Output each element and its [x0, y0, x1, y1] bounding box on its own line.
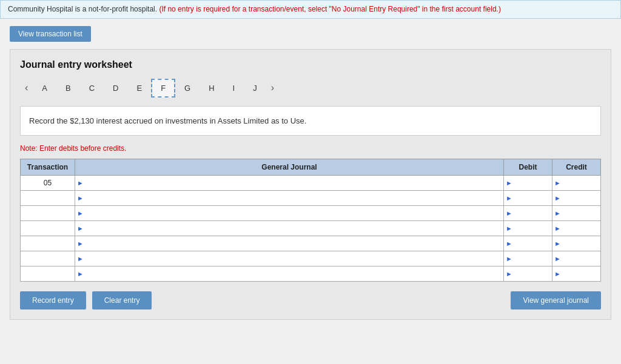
prev-arrow[interactable]: ‹ [20, 80, 33, 96]
credit-cell[interactable]: ► [552, 191, 601, 206]
debit-input[interactable] [512, 266, 552, 281]
table-row: ► ► ► [21, 191, 601, 206]
table-row: 05 ► ► ► [21, 176, 601, 191]
general-journal-cell[interactable]: ► [75, 266, 504, 282]
note-text: Note: Enter debits before credits. [20, 144, 601, 153]
row-arrow: ► [552, 270, 561, 277]
general-journal-cell[interactable]: ► [75, 236, 504, 251]
clear-entry-button[interactable]: Clear entry [92, 291, 152, 309]
top-notice: Community Hospital is a not-for-profit h… [0, 0, 621, 19]
credit-cell[interactable]: ► [552, 176, 601, 191]
th-debit: Debit [504, 159, 552, 176]
debit-input[interactable] [512, 176, 552, 190]
credit-input[interactable] [561, 266, 600, 281]
general-journal-cell[interactable]: ► [75, 206, 504, 221]
row-arrow: ► [552, 194, 561, 202]
debit-cell[interactable]: ► [504, 206, 552, 221]
credit-input[interactable] [561, 191, 600, 205]
tab-nav: ‹ A B C D E F G H I J › [20, 79, 601, 98]
general-journal-input[interactable] [84, 191, 503, 205]
debit-cell[interactable]: ► [504, 176, 552, 191]
row-arrow: ► [504, 225, 512, 232]
credit-cell[interactable]: ► [552, 266, 601, 282]
row-arrow: ► [75, 255, 84, 262]
row-arrow: ► [504, 194, 512, 202]
row-arrow: ► [504, 270, 512, 277]
row-arrow: ► [552, 255, 561, 262]
credit-input[interactable] [561, 206, 600, 220]
action-buttons: Record entry Clear entry View general jo… [20, 291, 601, 309]
debit-input[interactable] [512, 221, 552, 236]
tab-C[interactable]: C [80, 79, 104, 97]
view-transaction-list-button[interactable]: View transaction list [10, 26, 91, 42]
transaction-cell [21, 191, 75, 206]
general-journal-cell[interactable]: ► [75, 191, 504, 206]
worksheet-container: Journal entry worksheet ‹ A B C D E F G … [10, 49, 611, 320]
tab-I[interactable]: I [224, 79, 244, 97]
table-row: ► ► ► [21, 266, 601, 282]
tab-E[interactable]: E [127, 79, 151, 97]
row-arrow: ► [552, 225, 561, 232]
tab-A[interactable]: A [33, 79, 56, 97]
row-arrow: ► [75, 194, 84, 202]
general-journal-cell[interactable]: ► [75, 176, 504, 191]
credit-cell[interactable]: ► [552, 206, 601, 221]
table-row: ► ► ► [21, 206, 601, 221]
tab-H[interactable]: H [200, 79, 223, 97]
debit-cell[interactable]: ► [504, 251, 552, 266]
credit-input[interactable] [561, 221, 600, 236]
row-arrow: ► [75, 210, 84, 217]
debit-input[interactable] [512, 191, 552, 205]
transaction-cell [21, 266, 75, 282]
debit-input[interactable] [512, 251, 552, 266]
debit-cell[interactable]: ► [504, 191, 552, 206]
table-row: ► ► ► [21, 221, 601, 236]
record-entry-button[interactable]: Record entry [20, 291, 86, 309]
general-journal-cell[interactable]: ► [75, 251, 504, 266]
instruction-text: Record the $2,130 interest accrued on in… [29, 116, 306, 125]
general-journal-input[interactable] [84, 221, 503, 236]
debit-cell[interactable]: ► [504, 266, 552, 282]
credit-cell[interactable]: ► [552, 251, 601, 266]
tab-G[interactable]: G [175, 79, 200, 97]
debit-input[interactable] [512, 206, 552, 220]
notice-text-red: (If no entry is required for a transacti… [159, 5, 500, 13]
view-general-journal-button[interactable]: View general journal [511, 291, 601, 309]
debit-cell[interactable]: ► [504, 221, 552, 236]
row-arrow: ► [504, 240, 512, 247]
tab-D[interactable]: D [104, 79, 127, 97]
general-journal-input[interactable] [84, 206, 503, 220]
journal-table: Transaction General Journal Debit Credit… [20, 159, 601, 282]
general-journal-input[interactable] [84, 251, 503, 266]
tab-F[interactable]: F [151, 79, 175, 98]
credit-input[interactable] [561, 236, 600, 251]
credit-cell[interactable]: ► [552, 221, 601, 236]
transaction-cell: 05 [21, 176, 75, 191]
th-transaction: Transaction [21, 159, 75, 176]
tab-J[interactable]: J [244, 79, 266, 97]
row-arrow: ► [75, 270, 84, 277]
credit-cell[interactable]: ► [552, 236, 601, 251]
transaction-cell [21, 221, 75, 236]
debit-input[interactable] [512, 236, 552, 251]
row-arrow: ► [552, 240, 561, 247]
tab-B[interactable]: B [56, 79, 80, 97]
debit-cell[interactable]: ► [504, 236, 552, 251]
general-journal-cell[interactable]: ► [75, 221, 504, 236]
row-arrow: ► [75, 225, 84, 232]
instruction-box: Record the $2,130 interest accrued on in… [20, 106, 601, 136]
row-arrow: ► [552, 210, 561, 217]
credit-input[interactable] [561, 176, 600, 190]
row-arrow: ► [504, 210, 512, 217]
row-arrow: ► [75, 179, 84, 187]
transaction-cell [21, 236, 75, 251]
next-arrow[interactable]: › [266, 80, 279, 96]
general-journal-input[interactable] [84, 176, 503, 190]
row-arrow: ► [75, 240, 84, 247]
th-general-journal: General Journal [75, 159, 504, 176]
row-arrow: ► [504, 179, 512, 187]
general-journal-input[interactable] [84, 236, 503, 251]
general-journal-input[interactable] [84, 266, 503, 281]
table-row: ► ► ► [21, 251, 601, 266]
credit-input[interactable] [561, 251, 600, 266]
